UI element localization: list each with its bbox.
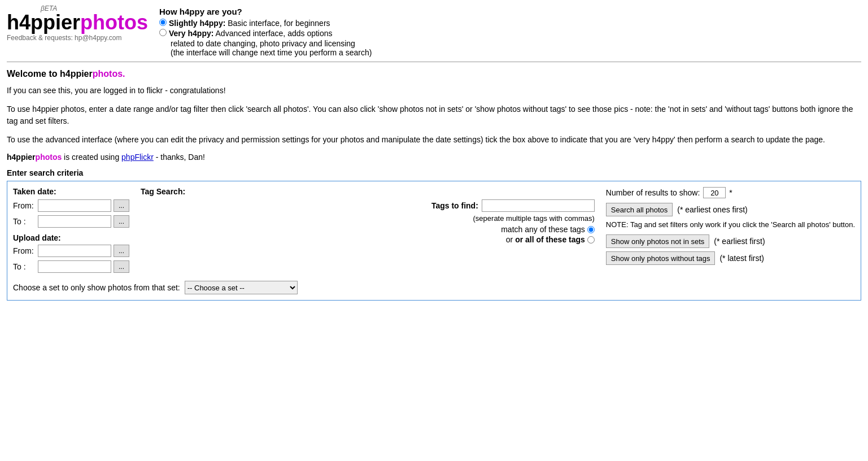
not-in-sets-row: Show only photos not in sets (* earliest… <box>606 234 855 248</box>
tags-to-find-label: Tags to find: <box>431 201 478 210</box>
choose-set-select[interactable]: -- Choose a set -- <box>185 281 298 294</box>
header: βETA h4ppierphotos Feedback & requests: … <box>7 5 861 57</box>
upload-date-label: Upload date: <box>13 233 129 242</box>
results-count-row: Number of results to show: * <box>606 187 855 198</box>
taken-from-dots-button[interactable]: ... <box>114 199 129 212</box>
upload-to-label: To : <box>13 262 36 271</box>
results-input[interactable] <box>703 187 726 198</box>
upload-from-row: From: ... <box>13 245 129 257</box>
happiness-title: How h4ppy are you? <box>159 7 861 16</box>
slightly-happy-option: Slightly h4ppy: Basic interface, for beg… <box>159 19 861 28</box>
slightly-happy-label: Slightly h4ppy: Basic interface, for beg… <box>169 19 330 28</box>
taken-to-row: To : ... <box>13 215 129 228</box>
credits-suffix: - thanks, Dan! <box>154 153 205 162</box>
welcome-brand-photos: photos <box>93 69 123 79</box>
without-tags-button[interactable]: Show only photos without tags <box>606 251 716 265</box>
taken-from-label: From: <box>13 201 36 210</box>
welcome-para2: To use h4ppier photos, enter a date rang… <box>7 103 861 127</box>
slightly-happy-radio[interactable] <box>159 19 167 26</box>
match-all-row: or or all of these tags <box>141 235 595 244</box>
credits-middle: is created using <box>62 153 121 162</box>
dates-column: Taken date: From: ... To : ... Upload da… <box>13 187 129 276</box>
results-star: * <box>729 188 732 197</box>
not-in-sets-button[interactable]: Show only photos not in sets <box>606 234 710 248</box>
upload-from-label: From: <box>13 246 36 255</box>
welcome-title: Welcome to h4ppierphotos. <box>7 69 861 79</box>
tag-search-label: Tag Search: <box>141 187 595 196</box>
divider <box>7 62 861 62</box>
very-happy-option: Very h4ppy: Advanced interface, adds opt… <box>159 29 861 38</box>
choose-set-row: Choose a set to only show photos from th… <box>13 281 855 294</box>
results-column: Number of results to show: * Search all … <box>606 187 855 268</box>
search-inner: Taken date: From: ... To : ... Upload da… <box>13 187 855 276</box>
match-all-label: or or all of these tags <box>506 235 585 244</box>
tags-column: Tag Search: Tags to find: (seperate mult… <box>141 187 595 245</box>
welcome-section: Welcome to h4ppierphotos. If you can see… <box>7 69 861 162</box>
choose-set-label: Choose a set to only show photos from th… <box>13 283 180 292</box>
logo-h4ppier: h4ppier <box>7 11 80 34</box>
tags-note: (seperate multiple tags with commas) <box>141 214 595 223</box>
not-in-sets-note: (* earliest first) <box>714 237 765 246</box>
taken-date-label: Taken date: <box>13 187 129 196</box>
match-any-radio[interactable] <box>587 226 595 233</box>
taken-from-input[interactable] <box>38 199 111 212</box>
taken-to-label: To : <box>13 217 36 226</box>
match-all-radio[interactable] <box>587 236 595 243</box>
welcome-para3: To use the advanced interface (where you… <box>7 134 861 146</box>
without-tags-note: (* latest first) <box>719 254 764 263</box>
welcome-prefix: Welcome to <box>7 69 60 79</box>
very-happy-note: related to date changing, photo privacy … <box>171 39 861 48</box>
very-happy-note2: (the interface will change next time you… <box>171 48 861 57</box>
taken-to-input[interactable] <box>38 215 111 228</box>
upload-from-dots-button[interactable]: ... <box>114 245 129 257</box>
welcome-brand-h4ppier: h4ppier <box>60 69 93 79</box>
welcome-para1: If you can see this, you are logged in t… <box>7 85 861 97</box>
search-note: (* earliest ones first) <box>677 205 747 214</box>
logo: h4ppierphotos <box>7 12 148 33</box>
without-tags-row: Show only photos without tags (* latest … <box>606 251 855 265</box>
upload-to-input[interactable] <box>38 260 111 273</box>
tag-filter-note: NOTE: Tag and set filters only work if y… <box>606 220 855 230</box>
happiness-block: How h4ppy are you? Slightly h4ppy: Basic… <box>159 5 861 57</box>
results-label: Number of results to show: <box>606 188 700 197</box>
credits-h4ppier: h4ppier <box>7 153 36 162</box>
feedback-label: Feedback & requests: hp@h4ppy.com <box>7 34 148 42</box>
phpflickr-link[interactable]: phpFlickr <box>121 153 154 162</box>
credits-line: h4ppierphotos is created using phpFlickr… <box>7 153 861 162</box>
upload-from-input[interactable] <box>38 245 111 257</box>
logo-photos: photos <box>80 11 148 34</box>
welcome-dot: . <box>123 69 125 79</box>
taken-from-row: From: ... <box>13 199 129 212</box>
logo-block: βETA h4ppierphotos Feedback & requests: … <box>7 5 148 42</box>
match-any-label: match any of these tags <box>501 225 585 234</box>
match-any-row: match any of these tags <box>141 225 595 234</box>
credits-photos: photos <box>36 153 62 162</box>
taken-to-dots-button[interactable]: ... <box>114 215 129 228</box>
very-happy-radio[interactable] <box>159 29 167 36</box>
tags-input[interactable] <box>482 199 595 212</box>
search-box: Taken date: From: ... To : ... Upload da… <box>7 181 861 301</box>
upload-to-row: To : ... <box>13 260 129 273</box>
upload-to-dots-button[interactable]: ... <box>114 260 129 273</box>
search-all-photos-button[interactable]: Search all photos <box>606 203 673 216</box>
very-happy-label: Very h4ppy: Advanced interface, adds opt… <box>169 29 333 38</box>
search-btn-row: Search all photos (* earliest ones first… <box>606 203 855 216</box>
tags-to-find-row: Tags to find: <box>141 199 595 212</box>
search-section-title: Enter search criteria <box>7 168 861 177</box>
